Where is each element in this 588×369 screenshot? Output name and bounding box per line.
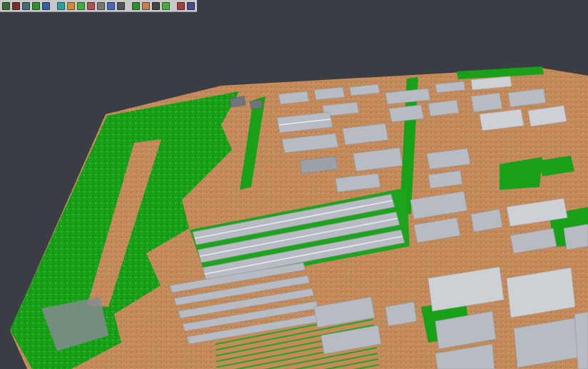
toolbar-icon-16[interactable] (162, 2, 170, 10)
toolbar-icon-11[interactable] (107, 2, 115, 10)
building-roof (471, 93, 502, 112)
toolbar-icon-01[interactable] (2, 2, 10, 10)
toolbar-icon-13[interactable] (132, 2, 140, 10)
toolbar-separator (52, 1, 55, 10)
app-window (0, 0, 588, 369)
main-toolbar (0, 0, 197, 12)
toolbar-icon-04[interactable] (32, 2, 40, 10)
toolbar-icon-14[interactable] (142, 2, 150, 10)
building-roof (250, 100, 263, 109)
toolbar-icon-17[interactable] (177, 2, 185, 10)
toolbar-icon-09[interactable] (87, 2, 95, 10)
toolbar-icon-12[interactable] (117, 2, 125, 10)
toolbar-separator (172, 1, 175, 10)
toolbar-icon-18[interactable] (187, 2, 195, 10)
toolbar-icon-08[interactable] (77, 2, 85, 10)
toolbar-separator (127, 1, 130, 10)
building-roof (230, 96, 245, 107)
scene-canvas (0, 0, 588, 369)
top-bar (0, 0, 588, 11)
toolbar-icon-02[interactable] (12, 2, 20, 10)
toolbar-icon-06[interactable] (57, 2, 65, 10)
toolbar-icon-07[interactable] (67, 2, 75, 10)
toolbar-icon-10[interactable] (97, 2, 105, 10)
building-roof (564, 224, 588, 250)
3d-viewport[interactable] (0, 0, 588, 369)
toolbar-icon-15[interactable] (152, 2, 160, 10)
toolbar-icon-05[interactable] (42, 2, 50, 10)
toolbar-icon-03[interactable] (22, 2, 30, 10)
